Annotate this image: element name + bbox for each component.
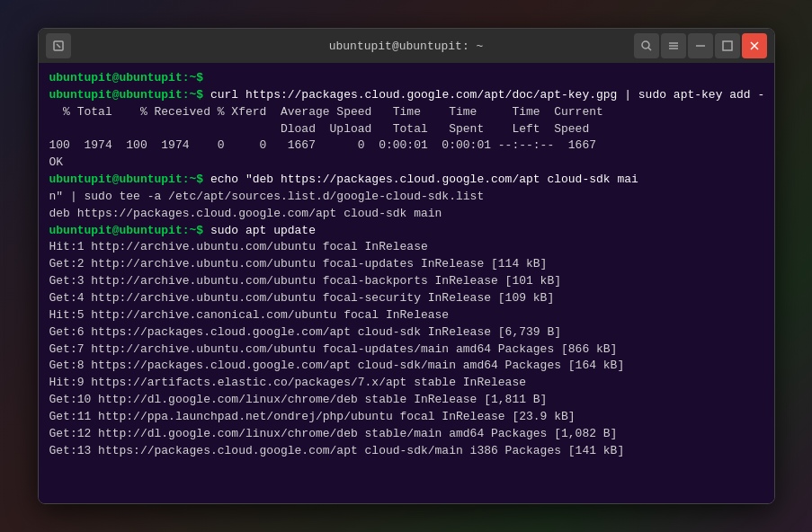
line-11: Hit:1 http://archive.ubuntu.com/ubuntu f… [49,239,763,256]
line-4: Dload Upload Total Spent Left Speed [49,121,763,138]
pin-button[interactable] [46,33,71,58]
prompt-1: ubuntupit@ubuntupit:~$ [49,71,204,84]
output-3: 100 1974 100 1974 0 0 1667 0 0:00:01 0:0… [49,138,597,152]
output-16: Get:11 http://ppa.launchpad.net/ondrej/p… [49,410,576,423]
output-17: Get:12 http://dl.google.com/linux/chrome… [49,427,618,440]
output-ok: OK [49,155,64,169]
output-12: Get:7 http://archive.ubuntu.com/ubuntu f… [49,342,618,356]
prompt-3: ubuntupit@ubuntupit:~$ [49,173,204,186]
maximize-button[interactable] [715,33,740,58]
line-9: deb https://packages.cloud.google.com/ap… [49,206,763,223]
line-22: Get:12 http://dl.google.com/linux/chrome… [49,426,763,443]
output-6: Hit:1 http://archive.ubuntu.com/ubuntu f… [49,240,428,253]
svg-line-1 [57,44,60,48]
output-5: deb https://packages.cloud.google.com/ap… [49,207,442,220]
line-23: Get:13 https://packages.cloud.google.com… [49,443,763,460]
line-6: OK [49,155,763,172]
svg-rect-8 [723,41,732,50]
terminal-window: ubuntupit@ubuntupit: ~ [38,28,775,504]
line-5: 100 1974 100 1974 0 0 1667 0 0:00:01 0:0… [49,137,763,155]
prompt-2: ubuntupit@ubuntupit:~$ [49,88,204,102]
window-title: ubuntupit@ubuntupit: ~ [329,40,484,53]
line-14: Get:4 http://archive.ubuntu.com/ubuntu f… [49,290,763,307]
svg-point-2 [642,41,649,49]
line-8: n" | sudo tee -a /etc/apt/sources.list.d… [49,189,763,206]
line-21: Get:11 http://ppa.launchpad.net/ondrej/p… [49,409,763,426]
output-1: % Total % Received % Xferd Average Speed… [49,105,603,119]
output-15: Get:10 http://dl.google.com/linux/chrome… [49,393,548,406]
line-20: Get:10 http://dl.google.com/linux/chrome… [49,392,763,409]
output-8: Get:3 http://archive.ubuntu.com/ubuntu f… [49,274,562,288]
output-18: Get:13 https://packages.cloud.google.com… [49,444,625,457]
line-1: ubuntupit@ubuntupit:~$ [49,70,763,87]
search-button[interactable] [634,33,659,58]
output-10: Hit:5 http://archive.canonical.com/ubunt… [49,308,450,322]
line-12: Get:2 http://archive.ubuntu.com/ubuntu f… [49,256,763,273]
minimize-button[interactable] [688,33,713,58]
prompt-4: ubuntupit@ubuntupit:~$ [49,224,204,237]
line-19: Hit:9 https://artifacts.elastic.co/packa… [49,375,763,392]
output-14: Hit:9 https://artifacts.elastic.co/packa… [49,376,527,389]
title-bar: ubuntupit@ubuntupit: ~ [39,29,774,63]
desktop: ubuntupit@ubuntupit: ~ [0,0,812,532]
line-13: Get:3 http://archive.ubuntu.com/ubuntu f… [49,273,763,290]
terminal-body[interactable]: ubuntupit@ubuntupit:~$ ubuntupit@ubuntup… [39,63,774,503]
line-18: Get:8 https://packages.cloud.google.com/… [49,358,763,375]
output-13: Get:8 https://packages.cloud.google.com/… [49,359,625,372]
cmd-1: curl https://packages.cloud.google.com/a… [203,88,764,102]
output-11: Get:6 https://packages.cloud.google.com/… [49,325,562,339]
cmd-3: sudo apt update [203,224,316,237]
output-2: Dload Upload Total Spent Left Speed [49,122,590,136]
line-2: ubuntupit@ubuntupit:~$ curl https://pack… [49,87,763,104]
output-9: Get:4 http://archive.ubuntu.com/ubuntu f… [49,291,555,305]
output-4: n" | sudo tee -a /etc/apt/sources.list.d… [49,190,485,203]
output-7: Get:2 http://archive.ubuntu.com/ubuntu f… [49,257,548,270]
line-16: Get:6 https://packages.cloud.google.com/… [49,324,763,341]
line-10: ubuntupit@ubuntupit:~$ sudo apt update [49,223,763,240]
line-3: % Total % Received % Xferd Average Speed… [49,104,763,121]
menu-button[interactable] [661,33,686,58]
line-7: ubuntupit@ubuntupit:~$ echo "deb https:/… [49,172,763,189]
svg-line-3 [648,48,651,50]
cmd-2: echo "deb https://packages.cloud.google.… [203,173,638,186]
title-bar-left [46,33,71,58]
line-17: Get:7 http://archive.ubuntu.com/ubuntu f… [49,341,763,359]
title-bar-right [634,33,767,58]
line-15: Hit:5 http://archive.canonical.com/ubunt… [49,307,763,324]
close-button[interactable] [742,33,767,58]
